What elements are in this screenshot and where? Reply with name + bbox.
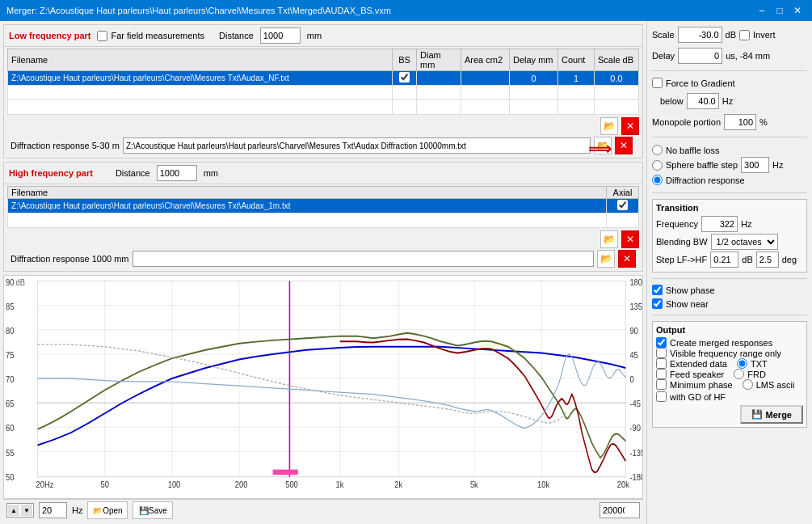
scroll-up-btn[interactable]: ▲ — [8, 505, 19, 516]
lf-col-area: Area cm2 — [461, 49, 510, 71]
svg-text:75: 75 — [6, 349, 14, 360]
scale-label: Scale — [652, 30, 675, 40]
with-gd-label[interactable]: with GD of HF — [656, 391, 726, 402]
hf-add-button[interactable]: 📂 — [600, 230, 618, 248]
sphere-baffle-label[interactable]: Sphere baffle step — [652, 160, 738, 171]
step-label: Step LF->HF — [656, 255, 707, 264]
minphase-label[interactable]: Minimum phase — [656, 379, 733, 390]
below-label: below — [660, 96, 684, 106]
extended-label[interactable]: Extended data — [656, 358, 727, 369]
show-phase-checkbox[interactable] — [652, 285, 663, 295]
lf-table-row[interactable]: Z:\Acoustique Haut parleurs\Haut parleur… — [8, 71, 639, 86]
svg-text:80: 80 — [6, 325, 14, 336]
hf-diffraction-label: Diffraction response 1000 mm — [11, 254, 129, 264]
scroll-controls: ▲ ▼ — [6, 503, 34, 518]
freq-row: Frequency Hz — [656, 215, 803, 233]
lf-btn-row: 📂 ✕ — [7, 117, 639, 135]
svg-text:-135: -135 — [629, 447, 642, 458]
scale-input[interactable] — [678, 27, 722, 43]
force-gradient-checkbox[interactable] — [652, 78, 663, 88]
invert-label[interactable]: Invert — [739, 30, 776, 40]
extended-checkbox[interactable] — [656, 358, 667, 369]
invert-checkbox[interactable] — [739, 30, 750, 40]
minphase-checkbox[interactable] — [656, 379, 667, 390]
hf-remove-button[interactable]: ✕ — [621, 230, 639, 248]
below-input[interactable] — [687, 93, 719, 109]
lf-empty-row2 — [8, 100, 639, 115]
svg-text:1k: 1k — [336, 479, 344, 489]
svg-text:0: 0 — [629, 374, 633, 384]
show-phase-label[interactable]: Show phase — [652, 285, 807, 295]
bw-select[interactable]: 1/2 octaves 1/3 octaves 1 octave — [711, 234, 778, 250]
merge-button[interactable]: 💾 Merge — [740, 405, 803, 424]
lf-empty-row — [8, 86, 639, 100]
visible-freq-checkbox[interactable] — [656, 348, 667, 358]
hf-file-table: Filename Axial Z:\Acoustique Haut parleu… — [7, 186, 639, 228]
hf-distance-input[interactable] — [157, 165, 197, 181]
step-db-input[interactable] — [710, 251, 738, 268]
freq-value-input[interactable] — [701, 216, 738, 232]
show-near-label[interactable]: Show near — [652, 298, 807, 309]
sep4 — [652, 278, 807, 279]
svg-text:20Hz: 20Hz — [36, 479, 54, 489]
far-field-checkbox[interactable] — [97, 31, 107, 41]
minimize-button[interactable]: – — [754, 3, 770, 18]
frd-radio[interactable] — [734, 369, 744, 379]
sphere-freq-input[interactable] — [741, 157, 769, 173]
open-button[interactable]: 📂 Open — [87, 501, 128, 519]
lf-diffraction-remove-button[interactable]: ✕ — [615, 137, 633, 154]
lf-title: Low frequency part — [9, 31, 90, 40]
no-baffle-radio[interactable] — [652, 145, 663, 155]
bw-row: Blending BW 1/2 octaves 1/3 octaves 1 oc… — [656, 233, 803, 251]
feed-speaker-checkbox[interactable] — [656, 369, 667, 379]
feed-speaker-label[interactable]: Feed speaker — [656, 369, 724, 379]
freq-start-input[interactable] — [39, 502, 67, 518]
lf-col-scale: Scale dB — [595, 49, 639, 71]
monopole-input[interactable] — [724, 114, 756, 130]
hf-axial-cell[interactable] — [607, 199, 639, 213]
lf-bs-checkbox[interactable] — [399, 72, 410, 82]
hf-filename-cell: Z:\Acoustique Haut parleurs\Haut parleur… — [8, 199, 607, 213]
force-gradient-label[interactable]: Force to Gradient — [652, 78, 735, 88]
no-baffle-label[interactable]: No baffle loss — [652, 145, 807, 155]
step-deg-input[interactable] — [756, 251, 779, 268]
svg-text:2k: 2k — [394, 479, 402, 489]
maximize-button[interactable]: □ — [772, 3, 788, 18]
show-near-checkbox[interactable] — [652, 298, 663, 309]
close-button[interactable]: ✕ — [789, 3, 806, 18]
hf-diffraction-remove-button[interactable]: ✕ — [618, 250, 636, 268]
hf-table-row[interactable]: Z:\Acoustique Haut parleurs\Haut parleur… — [8, 199, 639, 213]
save-button[interactable]: 💾 Save — [133, 501, 173, 519]
freq-unit-right: Hz — [741, 219, 751, 229]
lms-label[interactable]: LMS ascii — [743, 379, 795, 390]
delay-input[interactable] — [678, 48, 722, 64]
far-field-label[interactable]: Far field measurements — [97, 31, 204, 41]
create-merged-label[interactable]: Create merged responses — [656, 337, 803, 348]
create-merged-checkbox[interactable] — [656, 337, 667, 348]
scroll-down-btn[interactable]: ▼ — [21, 505, 32, 516]
diffraction-response-label[interactable]: Diffraction response — [652, 175, 807, 185]
title-bar: Merger: Z:\Acoustique Haut parleurs\Haut… — [0, 0, 812, 21]
txt-label[interactable]: TXT — [737, 358, 768, 369]
hf-distance-label: Distance — [116, 168, 150, 178]
main-container: Low frequency part Far field measurement… — [0, 21, 812, 524]
lf-remove-button[interactable]: ✕ — [621, 117, 639, 135]
frd-label[interactable]: FRD — [734, 369, 766, 379]
visible-freq-label[interactable]: Visible frequency range only — [656, 348, 803, 358]
freq-end-input[interactable] — [600, 502, 640, 518]
distance-input[interactable] — [260, 27, 301, 44]
hf-distance-unit: mm — [204, 168, 218, 178]
sphere-baffle-radio[interactable] — [652, 160, 663, 171]
hf-diffraction-open-button[interactable]: 📂 — [597, 250, 615, 268]
lf-bs-cell[interactable] — [393, 71, 417, 86]
with-gd-checkbox[interactable] — [656, 391, 667, 402]
svg-text:200: 200 — [235, 479, 248, 489]
lf-diffraction-input[interactable] — [123, 137, 591, 154]
hf-axial-checkbox[interactable] — [617, 200, 628, 210]
diffraction-response-radio[interactable] — [652, 175, 663, 185]
lms-radio[interactable] — [743, 379, 753, 390]
hf-diffraction-input[interactable] — [133, 251, 594, 267]
invert-text: Invert — [753, 30, 776, 40]
txt-radio[interactable] — [737, 358, 747, 369]
lf-add-button[interactable]: 📂 — [600, 117, 618, 135]
